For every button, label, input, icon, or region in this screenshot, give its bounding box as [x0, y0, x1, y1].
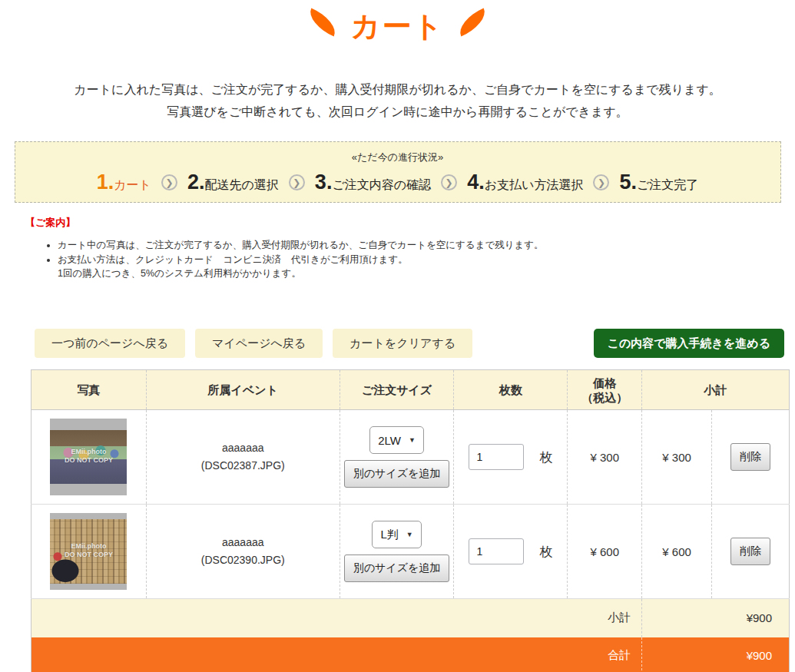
- header-quantity: 枚数: [454, 370, 568, 410]
- size-cell: L判 ▼ 別のサイズを追加: [340, 505, 454, 599]
- step-shipping: 2. 配送先の選択: [187, 170, 279, 194]
- leaf-decoration-left-icon: [304, 8, 340, 36]
- progress-status-box: «ただ今の進行状況» 1. カート ❯ 2. 配送先の選択 ❯ 3. ご注文内容…: [15, 141, 781, 203]
- price-cell: ¥ 600: [568, 505, 642, 599]
- size-select[interactable]: 2LW ▼: [369, 426, 424, 454]
- progress-title: «ただ今の進行状況»: [15, 151, 780, 164]
- subtotal-label: 小計: [31, 599, 642, 637]
- total-row: 合計 ¥900: [31, 637, 790, 672]
- intro-line-1: カートに入れた写真は、ご注文が完了するか、購入受付期限が切れるか、ご自身でカート…: [0, 78, 795, 101]
- delete-cell: 削除: [712, 505, 790, 599]
- quantity-input[interactable]: [469, 444, 524, 470]
- proceed-checkout-button[interactable]: この内容で購入手続きを進める: [594, 329, 784, 358]
- size-select-value: L判: [380, 528, 398, 542]
- header-photo: 写真: [31, 370, 147, 410]
- toolbar: 一つ前のページへ戻る マイページへ戻る カートをクリアする この内容で購入手続き…: [35, 329, 784, 358]
- header-price-line2: （税込）: [568, 390, 641, 405]
- notice-list: カート中の写真は、ご注文が完了するか、購入受付期限が切れるか、ご自身でカートを空…: [58, 238, 795, 266]
- dropdown-arrow-icon: ▼: [409, 436, 416, 444]
- dropdown-arrow-icon: ▼: [406, 531, 413, 538]
- delete-cell: 削除: [712, 410, 790, 505]
- header-event: 所属イベント: [146, 370, 340, 410]
- page-title: カート: [351, 7, 445, 46]
- size-select-value: 2LW: [378, 434, 401, 447]
- leaf-decoration-right-icon: [455, 8, 491, 36]
- step-payment: 4. お支払い方法選択: [467, 170, 583, 194]
- photo-thumbnail: EMii.photo DO NOT COPY: [50, 513, 127, 590]
- header-price: 価格 （税込）: [568, 370, 642, 410]
- photo-image: [50, 430, 127, 484]
- quantity-unit: 枚: [539, 543, 552, 561]
- cart-table-header: 写真 所属イベント ご注文サイズ 枚数 価格 （税込） 小計: [31, 370, 790, 410]
- size-cell: 2LW ▼ 別のサイズを追加: [340, 410, 454, 505]
- event-name: aaaaaaa: [147, 534, 340, 551]
- cart-page: カート カートに入れた写真は、ご注文が完了するか、購入受付期限が切れるか、ご自身…: [0, 0, 795, 672]
- size-select[interactable]: L判 ▼: [372, 521, 421, 548]
- total-value: ¥900: [642, 637, 790, 672]
- chevron-right-icon: ❯: [289, 174, 305, 190]
- subtotal-value: ¥900: [642, 599, 790, 637]
- subtotal-row: 小計 ¥900: [31, 599, 790, 637]
- total-label: 合計: [31, 637, 642, 672]
- intro-line-2: 写真選びをご中断されても、次回ログイン時に途中から再開することができます。: [0, 101, 795, 123]
- add-size-button[interactable]: 別のサイズを追加: [344, 460, 450, 488]
- step-label: カート: [114, 177, 151, 194]
- notice-item: お支払い方法は、クレジットカード コンビニ決済 代引きがご利用頂けます。: [58, 253, 795, 266]
- delete-button[interactable]: 削除: [730, 538, 770, 565]
- step-number: 5.: [619, 170, 637, 194]
- header-price-line1: 価格: [568, 376, 641, 390]
- quantity-unit: 枚: [539, 449, 552, 466]
- step-number: 3.: [315, 170, 333, 194]
- subtotal-cell: ¥ 600: [642, 505, 712, 599]
- progress-steps: 1. カート ❯ 2. 配送先の選択 ❯ 3. ご注文内容の確認 ❯ 4. お支…: [15, 170, 780, 194]
- step-label: 配送先の選択: [204, 177, 278, 194]
- photo-thumbnail: EMii.photo DO NOT COPY: [50, 419, 127, 495]
- step-label: お支払い方法選択: [485, 177, 584, 194]
- notice-sub-item: 1回の購入につき、5%のシステム利用料がかかります。: [58, 267, 795, 280]
- event-name: aaaaaaa: [147, 439, 340, 457]
- quantity-cell: 枚: [454, 505, 568, 599]
- step-number: 2.: [187, 170, 205, 194]
- step-confirm: 3. ご注文内容の確認: [315, 170, 431, 194]
- cart-row: EMii.photo DO NOT COPY aaaaaaa (DSC02387…: [31, 410, 790, 505]
- event-cell: aaaaaaa (DSC02387.JPG): [146, 410, 340, 505]
- file-name: (DSC02387.JPG): [147, 457, 340, 475]
- quantity-input[interactable]: [469, 538, 524, 564]
- step-number: 4.: [467, 170, 485, 194]
- chevron-right-icon: ❯: [441, 174, 457, 190]
- page-title-row: カート: [0, 0, 795, 45]
- file-name: (DSC02390.JPG): [147, 551, 340, 569]
- clear-cart-button[interactable]: カートをクリアする: [333, 329, 472, 358]
- photo-cell: EMii.photo DO NOT COPY: [31, 410, 147, 505]
- notice-section: 【ご案内】 カート中の写真は、ご注文が完了するか、購入受付期限が切れるか、ご自身…: [25, 216, 795, 280]
- chevron-right-icon: ❯: [161, 174, 177, 190]
- header-size: ご注文サイズ: [340, 370, 454, 410]
- subtotal-cell: ¥ 300: [642, 410, 712, 505]
- chevron-right-icon: ❯: [593, 174, 609, 190]
- photo-cell: EMii.photo DO NOT COPY: [31, 505, 147, 599]
- step-complete: 5. ご注文完了: [619, 170, 698, 194]
- photo-image: [50, 519, 127, 584]
- add-size-button[interactable]: 別のサイズを追加: [344, 554, 450, 582]
- notice-item: カート中の写真は、ご注文が完了するか、購入受付期限が切れるか、ご自身でカートを空…: [58, 238, 795, 252]
- cart-row: EMii.photo DO NOT COPY aaaaaaa (DSC02390…: [31, 505, 790, 599]
- cart-table: 写真 所属イベント ご注文サイズ 枚数 価格 （税込） 小計 EMii.pho: [31, 369, 790, 672]
- header-subtotal: 小計: [642, 370, 790, 410]
- step-label: ご注文内容の確認: [332, 177, 431, 194]
- back-previous-page-button[interactable]: 一つ前のページへ戻る: [35, 329, 185, 358]
- notice-heading: 【ご案内】: [25, 216, 795, 230]
- quantity-cell: 枚: [454, 410, 568, 505]
- step-cart: 1. カート: [97, 170, 151, 194]
- step-label: ご注文完了: [637, 177, 698, 194]
- price-cell: ¥ 300: [568, 410, 642, 505]
- event-cell: aaaaaaa (DSC02390.JPG): [146, 505, 340, 599]
- back-mypage-button[interactable]: マイページへ戻る: [195, 329, 323, 358]
- delete-button[interactable]: 削除: [730, 443, 770, 471]
- step-number: 1.: [97, 170, 114, 194]
- intro-text: カートに入れた写真は、ご注文が完了するか、購入受付期限が切れるか、ご自身でカート…: [0, 78, 795, 123]
